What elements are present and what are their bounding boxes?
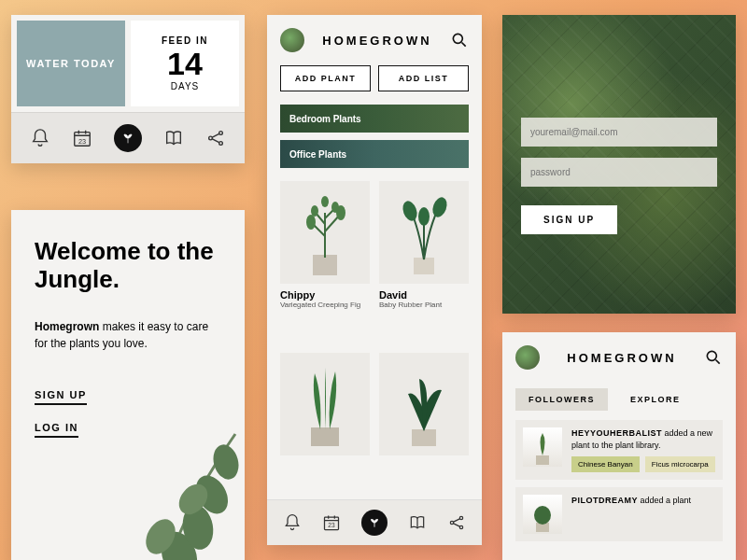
welcome-title: Welcome to the Jungle. <box>35 238 221 294</box>
plant-name: Chippy <box>280 289 370 301</box>
svg-rect-18 <box>414 258 434 274</box>
tab-bar: 23 <box>11 112 245 163</box>
feed-text: HEYYOUHERBALIST added a new plant to the… <box>571 427 715 472</box>
welcome-brand: Homegrown <box>35 320 99 333</box>
eucalyptus-decoration <box>105 406 245 560</box>
plant-subtitle: Baby Rubber Plant <box>379 301 469 309</box>
social-screen: HOMEGROWN FOLLOWERS EXPLORE HEYYOUHERBAL… <box>502 332 736 560</box>
svg-point-3 <box>219 132 223 135</box>
svg-point-11 <box>453 34 462 43</box>
water-today-label: WATER TODAY <box>26 58 116 69</box>
feed-list: HEYYOUHERBALIST added a new plant to the… <box>502 420 736 541</box>
feed-in-days: 14 <box>167 48 203 79</box>
svg-point-8 <box>210 441 243 482</box>
svg-point-28 <box>459 525 462 528</box>
search-icon[interactable] <box>450 31 469 49</box>
tab-explore[interactable]: EXPLORE <box>617 388 694 411</box>
svg-point-26 <box>450 521 453 524</box>
reminder-widget: WATER TODAY FEED IN 14 DAYS 23 <box>11 15 245 163</box>
plant-subtitle: Variegated Creeping Fig <box>280 301 370 309</box>
svg-point-29 <box>707 351 716 360</box>
bell-icon[interactable] <box>283 513 302 532</box>
calendar-icon[interactable]: 23 <box>322 513 341 532</box>
feed-item[interactable]: PILOTDREAMY added a plant <box>515 487 723 541</box>
add-list-button[interactable]: ADD LIST <box>378 65 469 91</box>
plant-card[interactable]: Chippy Variegated Creeping Fig <box>280 181 370 343</box>
feed-screen: HOMEGROWN ADD PLANT ADD LIST Bedroom Pla… <box>267 15 482 545</box>
signup-form: SIGN UP <box>521 118 717 234</box>
login-link[interactable]: LOG IN <box>35 422 78 438</box>
plant-card[interactable] <box>280 353 370 490</box>
plant-illustration <box>292 185 358 278</box>
svg-point-27 <box>459 516 462 519</box>
social-header: HOMEGROWN <box>502 332 736 383</box>
welcome-screen: Welcome to the Jungle. Homegrown makes i… <box>11 210 245 560</box>
feed-header: HOMEGROWN <box>267 15 482 65</box>
plant-name: David <box>379 289 469 301</box>
feed-text: PILOTDREAMY added a plant <box>571 495 691 534</box>
signup-button[interactable]: SIGN UP <box>521 205 617 234</box>
svg-rect-12 <box>313 255 337 275</box>
avatar[interactable] <box>515 345 540 370</box>
feed-in-unit: DAYS <box>171 81 200 91</box>
avatar[interactable] <box>280 28 304 52</box>
share-icon[interactable] <box>205 128 226 148</box>
svg-point-2 <box>209 136 213 140</box>
plant-illustration <box>391 185 457 278</box>
feed-in-card[interactable]: FEED IN 14 DAYS <box>131 21 239 106</box>
svg-point-4 <box>219 142 223 146</box>
nav-bar: 23 <box>267 499 482 545</box>
email-field[interactable] <box>521 118 717 147</box>
svg-text:23: 23 <box>328 522 335 528</box>
water-today-card[interactable]: WATER TODAY <box>17 21 125 106</box>
feed-thumb <box>523 427 562 467</box>
svg-point-17 <box>321 196 329 207</box>
welcome-body: Homegrown makes it easy to care for the … <box>35 318 221 352</box>
feed-username: HEYYOUHERBALIST <box>571 428 662 438</box>
social-tabs: FOLLOWERS EXPLORE <box>502 383 736 420</box>
signup-screen: SIGN UP <box>502 15 736 314</box>
add-plant-button[interactable]: ADD PLANT <box>280 65 371 91</box>
feed-item[interactable]: HEYYOUHERBALIST added a new plant to the… <box>515 420 723 480</box>
svg-rect-30 <box>536 455 549 465</box>
feed-in-label: FEED IN <box>162 35 208 46</box>
brand-title: HOMEGROWN <box>549 351 695 365</box>
book-icon[interactable] <box>163 128 184 148</box>
signup-link[interactable]: SIGN UP <box>35 389 87 405</box>
book-icon[interactable] <box>408 513 427 532</box>
svg-point-32 <box>534 506 551 525</box>
svg-point-20 <box>430 195 450 218</box>
calendar-icon[interactable]: 23 <box>72 128 92 148</box>
tag[interactable]: Chinese Banyan <box>571 456 640 472</box>
search-icon[interactable] <box>704 348 723 367</box>
svg-point-16 <box>331 202 339 213</box>
feed-username: PILOTDREAMY <box>571 496 638 505</box>
svg-point-13 <box>306 215 316 230</box>
svg-text:23: 23 <box>78 137 86 146</box>
plant-icon[interactable] <box>361 510 388 536</box>
svg-rect-23 <box>412 429 436 446</box>
share-icon[interactable] <box>447 513 466 532</box>
plant-card[interactable]: David Baby Rubber Plant <box>379 181 469 343</box>
svg-rect-22 <box>311 427 339 446</box>
list-banner-bedroom[interactable]: Bedroom Plants <box>280 105 469 133</box>
plant-card[interactable] <box>379 353 469 490</box>
svg-point-21 <box>418 207 430 226</box>
feed-thumb <box>523 495 562 534</box>
plant-grid: Chippy Variegated Creeping Fig David Bab… <box>267 172 482 499</box>
tag[interactable]: Ficus microcarpa <box>645 456 715 472</box>
plant-icon[interactable] <box>114 124 142 152</box>
password-field[interactable] <box>521 158 717 187</box>
brand-title: HOMEGROWN <box>314 34 441 48</box>
bell-icon[interactable] <box>30 128 50 148</box>
plant-illustration <box>292 357 358 450</box>
tab-followers[interactable]: FOLLOWERS <box>515 388 608 411</box>
svg-point-15 <box>311 205 318 217</box>
list-banner-office[interactable]: Office Plants <box>280 140 469 168</box>
svg-point-19 <box>401 199 420 222</box>
plant-illustration <box>391 357 457 450</box>
